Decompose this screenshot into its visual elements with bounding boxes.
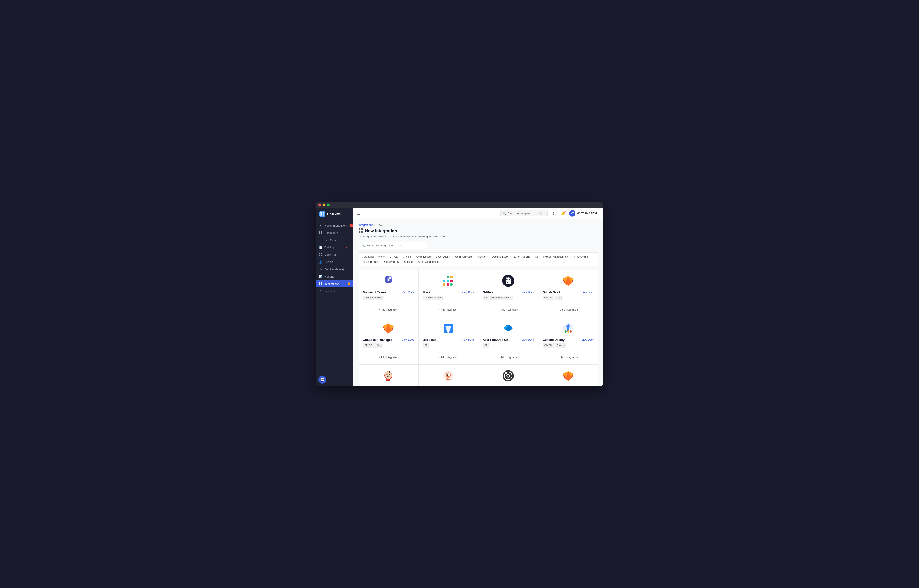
settings-icon: ⚙: [319, 289, 323, 293]
svg-rect-4: [319, 231, 320, 233]
sidebar-item-dashboard[interactable]: Dashboard: [316, 229, 353, 236]
docs-hub-icon: [319, 253, 323, 256]
sidebar-item-settings[interactable]: ⚙ Settings ›: [316, 288, 353, 295]
category-incident-management[interactable]: Incident Management: [542, 255, 569, 258]
help-button[interactable]: ?: [550, 210, 557, 217]
sidebar-item-label: Docs Hub: [324, 253, 350, 256]
sidebar-item-label: Integrations: [324, 282, 345, 286]
catalog-dot: [346, 247, 347, 248]
category-user-management[interactable]: User Management: [417, 260, 440, 264]
minimize-dot[interactable]: [323, 204, 325, 206]
tag: Git: [375, 343, 382, 348]
view-docs-link[interactable]: View Docs: [462, 291, 474, 294]
category-security[interactable]: Security: [403, 260, 414, 264]
integration-name: GitLab CI: [543, 386, 556, 386]
add-integration-button[interactable]: + Add Integration: [556, 307, 580, 313]
view-docs-link[interactable]: View Docs: [462, 338, 474, 341]
integration-name-row: GitLab self-managed View Docs: [363, 338, 414, 342]
tag: Communication: [363, 296, 383, 300]
generic-deploy-logo: [561, 321, 575, 335]
view-docs-link[interactable]: View Docs: [522, 338, 534, 341]
sidebar: OpsLevel ★ Recommendations 0: [316, 208, 353, 386]
category-code-issues[interactable]: Code Issues: [416, 255, 432, 258]
breadcrumb: Integrations / New: [358, 223, 598, 226]
add-integration-button[interactable]: + Add Integration: [436, 355, 460, 360]
svg-rect-8: [319, 253, 320, 254]
help-icon: ?: [553, 212, 554, 215]
integration-tags: Git: [423, 343, 474, 348]
svg-rect-13: [321, 282, 322, 284]
integration-card-azure-devops: Azure DevOps Git View Docs Git + Add Int…: [478, 317, 538, 365]
sidebar-item-self-service[interactable]: ☰ Self-Service ›: [316, 236, 353, 244]
view-docs-link[interactable]: View Docs: [582, 291, 594, 294]
view-docs-link[interactable]: View Docs: [402, 338, 414, 341]
view-docs-link[interactable]: View Docs: [402, 291, 414, 294]
sidebar-item-service-maturity[interactable]: ⊙ Service Maturity ›: [316, 265, 353, 273]
category-infrastructure[interactable]: Infrastructure: [572, 255, 589, 258]
search-container[interactable]: 🔍 /: [501, 210, 548, 216]
close-dot[interactable]: [318, 204, 321, 206]
integration-search-input[interactable]: [366, 244, 425, 247]
category-error-tracking[interactable]: Error Tracking: [513, 255, 531, 258]
add-integration-button[interactable]: + Add Integration: [436, 307, 460, 313]
user-menu[interactable]: MT MS TEAMS TEST ▾: [569, 210, 600, 217]
integration-name: Bitbucket: [423, 338, 436, 342]
add-integration-button[interactable]: + Add Integration: [376, 355, 401, 360]
category-cicd[interactable]: CI / CD: [389, 255, 399, 258]
svg-rect-29: [450, 279, 453, 282]
svg-point-59: [385, 371, 392, 379]
integration-tags: Git: [483, 343, 534, 348]
svg-point-69: [449, 374, 449, 375]
menu-icon[interactable]: ☰: [357, 212, 360, 215]
category-custom[interactable]: Custom: [477, 255, 488, 258]
tag: User Management: [490, 296, 513, 300]
category-documentation[interactable]: Documentation: [491, 255, 510, 258]
integration-name: Generic Deploy: [543, 338, 565, 342]
sidebar-item-integrations[interactable]: Integrations !: [316, 280, 353, 288]
integration-search-bar[interactable]: 🔍: [358, 242, 427, 249]
tag: Communication: [423, 296, 442, 300]
sidebar-item-people[interactable]: 👤 People: [316, 258, 353, 265]
page-title: New Integration: [365, 228, 397, 233]
sidebar-item-recommendations[interactable]: ★ Recommendations 0: [316, 222, 353, 229]
chevron-right-icon: ›: [350, 268, 350, 270]
search-input[interactable]: [508, 212, 538, 215]
tag: CI / CD: [543, 296, 554, 300]
svg-rect-27: [447, 276, 449, 278]
add-integration-button[interactable]: + Add Integration: [376, 307, 401, 313]
category-issue-tracking[interactable]: Issue Tracking: [362, 260, 380, 264]
gitlab-saas-logo: [561, 274, 575, 288]
view-docs-link[interactable]: View Docs: [582, 338, 594, 341]
topbar: ☰ 🔍 / ? 🔔 5 MT MS TEAMS TEST ▾: [353, 208, 603, 219]
svg-point-55: [564, 330, 567, 333]
breadcrumb-parent[interactable]: Integrations: [358, 223, 373, 226]
sidebar-logo[interactable]: OpsLevel: [316, 208, 353, 220]
azure-devops-logo: [501, 321, 515, 335]
category-observability[interactable]: Observability: [383, 260, 400, 264]
chat-button[interactable]: 💬: [318, 376, 326, 383]
sidebar-item-reports[interactable]: 📊 Reports ›: [316, 273, 353, 280]
svg-rect-26: [447, 279, 449, 282]
notifications-button[interactable]: 🔔 5: [559, 210, 566, 217]
sidebar-item-docs-hub[interactable]: Docs Hub: [316, 251, 353, 258]
service-maturity-icon: ⊙: [319, 267, 323, 271]
add-integration-button[interactable]: + Add Integration: [496, 307, 520, 313]
view-docs-link[interactable]: View Docs: [522, 291, 534, 294]
user-name: MS TEAMS TEST: [577, 212, 597, 215]
svg-rect-1: [323, 212, 324, 214]
categories-bar: Categories: Alerts · CI / CD · Checks · …: [358, 252, 598, 266]
add-integration-button[interactable]: + Add Integration: [556, 355, 580, 360]
integration-card-gitlab-saas: GitLab SaaS View Docs CI / CD Git + Add …: [538, 270, 598, 317]
category-communication[interactable]: Communication: [454, 255, 474, 258]
catalog-icon: 📄: [319, 246, 323, 249]
category-code-quality[interactable]: Code Quality: [434, 255, 451, 258]
category-git[interactable]: Git: [534, 255, 539, 258]
integration-card-gitlab-ci: GitLab CI View Docs CI / CD + Add Integr…: [538, 365, 598, 386]
maximize-dot[interactable]: [327, 204, 330, 206]
add-integration-button[interactable]: + Add Integration: [496, 355, 520, 360]
sidebar-item-catalog[interactable]: 📄 Catalog ›: [316, 244, 353, 251]
svg-rect-12: [319, 282, 320, 284]
category-alerts[interactable]: Alerts: [377, 255, 386, 258]
integration-tags: CI / CD Custom: [543, 343, 594, 348]
category-checks[interactable]: Checks: [402, 255, 412, 258]
